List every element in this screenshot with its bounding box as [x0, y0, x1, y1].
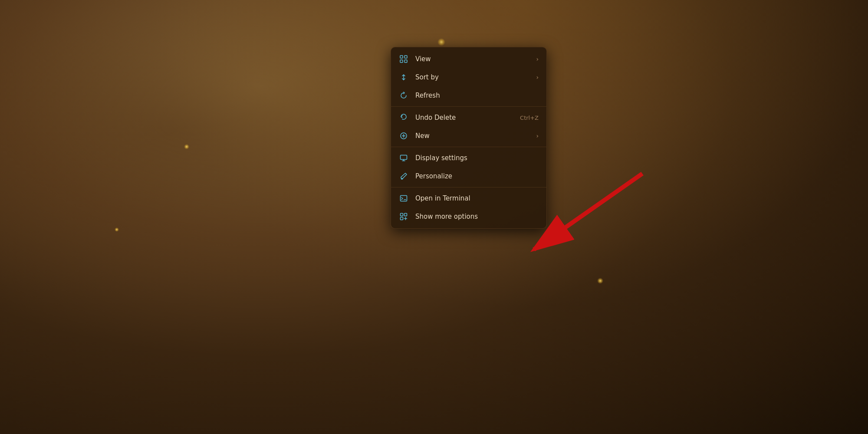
separator-1 — [391, 106, 546, 107]
undo-icon — [399, 113, 408, 122]
new-icon — [399, 131, 408, 141]
menu-item-undo-delete[interactable]: Undo Delete Ctrl+Z — [391, 108, 546, 127]
svg-rect-8 — [404, 214, 407, 216]
menu-item-refresh-label: Refresh — [415, 92, 539, 99]
svg-rect-2 — [400, 60, 403, 62]
menu-item-show-more-options[interactable]: Show more options — [391, 207, 546, 226]
sort-icon — [399, 72, 408, 82]
menu-item-refresh[interactable]: Refresh — [391, 86, 546, 105]
menu-item-personalize[interactable]: Personalize — [391, 167, 546, 185]
terminal-icon — [399, 194, 408, 203]
svg-rect-6 — [401, 196, 407, 201]
menu-item-show-more-options-label: Show more options — [415, 213, 539, 220]
context-menu: View › Sort by › Refresh — [391, 47, 547, 229]
svg-rect-0 — [400, 56, 403, 58]
chevron-right-icon: › — [536, 74, 539, 81]
menu-item-open-terminal-label: Open in Terminal — [415, 194, 539, 202]
svg-rect-5 — [401, 155, 407, 160]
svg-rect-7 — [401, 214, 403, 216]
separator-2 — [391, 147, 546, 147]
menu-item-view-label: View — [415, 55, 529, 63]
menu-item-undo-delete-label: Undo Delete — [415, 114, 513, 122]
menu-item-new-label: New — [415, 132, 529, 140]
chevron-right-icon: › — [536, 56, 539, 62]
display-icon — [399, 153, 408, 163]
menu-item-sort-by[interactable]: Sort by › — [391, 68, 546, 86]
menu-item-sort-by-label: Sort by — [415, 73, 529, 81]
separator-3 — [391, 187, 546, 187]
grid-icon — [399, 54, 408, 64]
menu-item-personalize-label: Personalize — [415, 172, 539, 180]
svg-rect-1 — [404, 56, 407, 58]
menu-item-view[interactable]: View › — [391, 50, 546, 68]
menu-item-new[interactable]: New › — [391, 127, 546, 145]
svg-rect-3 — [404, 60, 407, 62]
brush-icon — [399, 171, 408, 181]
menu-item-open-terminal[interactable]: Open in Terminal — [391, 189, 546, 207]
undo-delete-shortcut: Ctrl+Z — [520, 115, 539, 121]
chevron-right-icon: › — [536, 132, 539, 139]
svg-rect-9 — [401, 217, 403, 220]
menu-item-display-settings-label: Display settings — [415, 154, 539, 162]
refresh-icon — [399, 91, 408, 100]
more-options-icon — [399, 212, 408, 221]
menu-item-display-settings[interactable]: Display settings — [391, 149, 546, 167]
